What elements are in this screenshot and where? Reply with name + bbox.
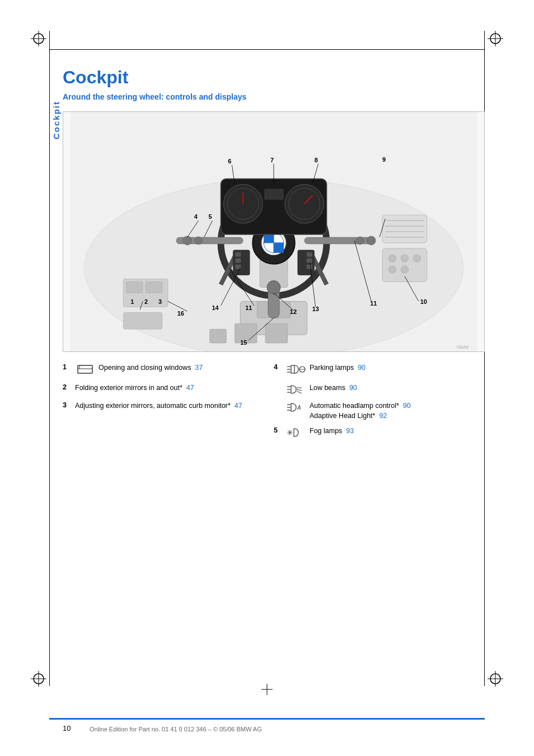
svg-text:1: 1: [130, 298, 134, 305]
svg-text:9: 9: [382, 156, 386, 163]
top-border-line: [49, 49, 485, 50]
legend-item-4: 4 Parking lamps 90: [274, 363, 474, 375]
legend-sub-item-4b: A Automatic headlamp control* 90 Adaptiv…: [286, 401, 474, 421]
corner-mark-tr: [488, 31, 503, 49]
footer-blue-line: [49, 718, 485, 720]
svg-text:11: 11: [370, 300, 377, 307]
low-beams-icon: [286, 383, 306, 396]
parking-lamps-icon: [286, 363, 306, 375]
page-number: 10: [63, 724, 71, 732]
legend-num-3: 3: [63, 401, 73, 409]
corner-mark-bl: [31, 671, 46, 689]
svg-point-57: [401, 255, 409, 262]
svg-text:2: 2: [144, 298, 148, 305]
legend-num-1: 1: [63, 363, 73, 371]
svg-text:3: 3: [158, 298, 162, 305]
legend-grid: 1 Opening and closing windows 37 2 Foldi…: [63, 363, 485, 447]
left-border-line: [49, 31, 50, 686]
legend-item-2: 2 Folding exterior mirrors in and out* 4…: [63, 383, 263, 393]
legend-sub-item-4a: Low beams 90: [286, 383, 474, 396]
svg-text:4: 4: [194, 213, 198, 220]
legend-ref-5[interactable]: 93: [346, 427, 354, 435]
legend-ref-2[interactable]: 47: [186, 384, 194, 392]
legend-num-5: 5: [274, 426, 284, 434]
sidebar-label: Cockpit: [51, 101, 61, 139]
legend-ref-4b[interactable]: 90: [403, 402, 411, 410]
svg-rect-40: [264, 189, 284, 200]
svg-rect-50: [382, 215, 427, 243]
svg-text:11: 11: [245, 304, 252, 311]
window-icon: [75, 363, 95, 375]
svg-text:15: 15: [240, 339, 247, 346]
svg-point-30: [183, 236, 192, 245]
legend-text-4: Parking lamps 90: [310, 363, 474, 373]
svg-text:©BMW: ©BMW: [456, 345, 469, 349]
corner-mark-tl: [31, 31, 46, 49]
svg-point-59: [388, 266, 396, 274]
svg-text:10: 10: [420, 298, 427, 305]
legend-ref-4c[interactable]: 92: [379, 412, 387, 420]
legend-text-2: Folding exterior mirrors in and out* 47: [75, 383, 263, 393]
svg-point-49: [267, 281, 280, 294]
fog-lamps-icon: ✳: [286, 426, 306, 439]
legend-text-4b: Automatic headlamp control* 90 Adaptive …: [310, 401, 474, 421]
legend-col-left: 1 Opening and closing windows 37 2 Foldi…: [63, 363, 274, 447]
svg-rect-55: [382, 248, 427, 282]
svg-rect-44: [126, 282, 143, 293]
bottom-center-cross: [261, 684, 273, 697]
svg-rect-45: [146, 282, 162, 293]
svg-rect-71: [307, 259, 312, 263]
legend-text-3: Adjusting exterior mirrors, automatic cu…: [75, 401, 263, 411]
svg-line-119: [297, 391, 302, 393]
svg-point-56: [388, 255, 396, 262]
svg-text:6: 6: [228, 158, 231, 165]
svg-point-31: [195, 237, 203, 245]
svg-rect-106: [78, 365, 92, 373]
svg-rect-64: [265, 323, 288, 343]
svg-text:13: 13: [312, 306, 319, 312]
legend-num-4: 4: [274, 363, 284, 371]
legend-col-right: 4 Parking lamps 90: [274, 363, 485, 447]
svg-point-58: [413, 255, 421, 262]
auto-headlamp-icon: A: [286, 401, 306, 414]
legend-item-5: 5 ✳ Fog lamps 93: [274, 426, 474, 439]
svg-rect-61: [123, 312, 162, 329]
svg-rect-111: [291, 365, 294, 373]
svg-point-34: [356, 237, 364, 245]
legend-item-3: 3 Adjusting exterior mirrors, automatic …: [63, 401, 263, 411]
svg-rect-66: [235, 252, 241, 257]
svg-text:8: 8: [315, 157, 318, 163]
svg-line-118: [297, 389, 302, 391]
corner-mark-br: [488, 671, 503, 689]
legend-text-4a: Low beams 90: [310, 383, 474, 393]
svg-point-33: [367, 236, 376, 245]
svg-text:A: A: [297, 405, 301, 411]
svg-rect-72: [307, 265, 312, 269]
svg-text:7: 7: [270, 157, 274, 163]
legend-text-1: Opening and closing windows 37: [99, 363, 263, 373]
section-subtitle: Around the steering wheel: controls and …: [63, 92, 485, 101]
svg-point-60: [401, 266, 409, 274]
svg-rect-67: [235, 259, 241, 263]
page-title: Cockpit: [63, 67, 485, 88]
cockpit-diagram: 1 2 3 4 5 6 7 8: [63, 111, 485, 352]
legend-ref-4a[interactable]: 90: [349, 384, 357, 392]
legend-num-2: 2: [63, 383, 73, 391]
legend-ref-3[interactable]: 47: [235, 402, 242, 410]
svg-rect-25: [274, 243, 284, 253]
legend-ref-4[interactable]: 90: [358, 364, 366, 372]
svg-text:✳: ✳: [287, 428, 293, 437]
legend-text-5: Fog lamps 93: [310, 426, 474, 436]
legend-item-1: 1 Opening and closing windows 37: [63, 363, 263, 375]
main-content: Cockpit Around the steering wheel: contr…: [63, 67, 485, 683]
svg-text:16: 16: [177, 310, 184, 317]
svg-rect-70: [307, 252, 312, 257]
footer-text: Online Edition for Part no. 01 41 0 012 …: [90, 726, 262, 732]
svg-text:12: 12: [290, 308, 297, 315]
svg-text:5: 5: [209, 213, 212, 220]
svg-rect-62: [210, 329, 227, 343]
svg-text:14: 14: [212, 304, 219, 311]
legend-ref-1[interactable]: 37: [195, 364, 203, 372]
